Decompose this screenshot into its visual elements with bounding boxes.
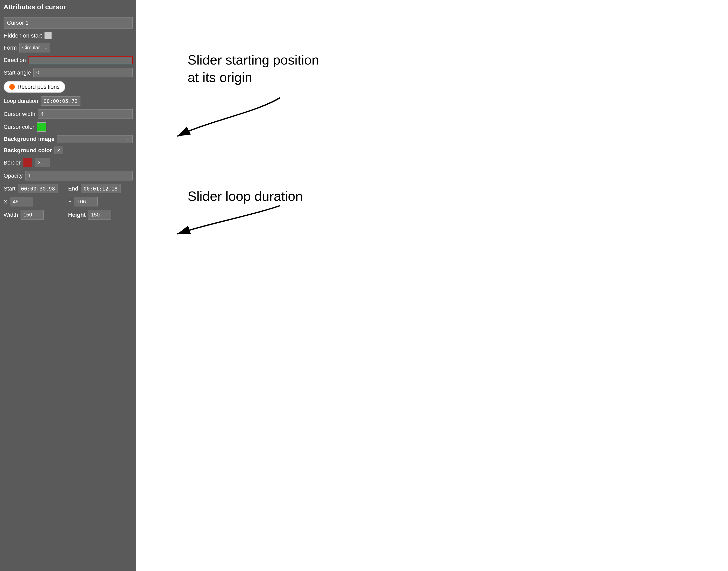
record-positions-button[interactable]: Record positions xyxy=(4,81,65,93)
background-color-row: Background color ✕ xyxy=(4,146,133,154)
cursor-width-input[interactable]: 4 xyxy=(38,109,133,119)
direction-label: Direction xyxy=(4,57,26,64)
start-section: Start 00:00:30.98 xyxy=(4,184,68,193)
start-angle-row: Start angle 0 xyxy=(4,68,133,77)
y-label: Y xyxy=(68,199,72,205)
x-input[interactable]: 46 xyxy=(10,197,33,207)
wh-row: Width 150 Height 150 xyxy=(4,210,133,220)
attributes-panel: Attributes of cursor Cursor 1 Hidden on … xyxy=(0,0,136,571)
background-color-label: Background color xyxy=(4,147,52,154)
form-label: Form xyxy=(4,44,17,51)
border-width-input[interactable]: 3 xyxy=(35,158,50,167)
record-dot-icon xyxy=(9,84,15,90)
record-btn-label: Record positions xyxy=(17,84,59,90)
height-section: Height 150 xyxy=(68,210,133,220)
panel-title: Attributes of cursor xyxy=(4,3,133,13)
cursor-width-row: Cursor width 4 xyxy=(4,109,133,119)
annotation-area: Slider starting positionat its origin Sl… xyxy=(136,0,728,571)
x-section: X 46 xyxy=(4,197,68,207)
start-label: Start xyxy=(4,185,15,192)
loop-duration-row: Loop duration 00:00:05.72 xyxy=(4,96,133,106)
width-section: Width 150 xyxy=(4,210,68,220)
cursor-color-swatch[interactable] xyxy=(37,122,46,132)
cursor-width-label: Cursor width xyxy=(4,111,35,117)
direction-dropdown[interactable]: ⌄ xyxy=(28,56,133,64)
loop-duration-value[interactable]: 00:00:05.72 xyxy=(41,96,81,106)
background-color-clear-button[interactable]: ✕ xyxy=(54,146,63,154)
height-input[interactable]: 150 xyxy=(88,210,111,220)
background-image-chevron-icon: ⌄ xyxy=(127,137,130,141)
form-chevron-icon: ⌄ xyxy=(44,46,47,50)
end-label: End xyxy=(68,185,78,192)
opacity-row: Opacity 1 xyxy=(4,171,133,181)
border-row: Border 3 xyxy=(4,158,133,167)
start-value[interactable]: 00:00:30.98 xyxy=(18,184,57,193)
loop-duration-label: Loop duration xyxy=(4,98,38,104)
border-label: Border xyxy=(4,159,21,166)
cursor-color-label: Cursor color xyxy=(4,124,34,130)
background-image-dropdown[interactable]: ⌄ xyxy=(57,135,133,143)
cursor-color-row: Cursor color xyxy=(4,122,133,132)
y-section: Y 106 xyxy=(68,197,133,207)
arrow-2-icon xyxy=(157,154,337,257)
record-positions-row: Record positions xyxy=(4,81,133,93)
hidden-on-start-row: Hidden on start xyxy=(4,32,133,39)
xy-row: X 46 Y 106 xyxy=(4,197,133,207)
start-angle-input[interactable]: 0 xyxy=(33,68,133,77)
form-dropdown[interactable]: Circular ⌄ xyxy=(19,43,50,52)
border-color-swatch[interactable] xyxy=(23,158,32,167)
form-row: Form Circular ⌄ xyxy=(4,43,133,52)
end-value[interactable]: 00:01:12.18 xyxy=(81,184,120,193)
end-section: End 00:01:12.18 xyxy=(68,184,133,193)
hidden-on-start-checkbox[interactable] xyxy=(44,32,52,39)
background-image-row: Background image ⌄ xyxy=(4,135,133,143)
direction-row: Direction ⌄ xyxy=(4,56,133,64)
height-label: Height xyxy=(68,212,86,218)
opacity-label: Opacity xyxy=(4,173,23,179)
cursor-name-box[interactable]: Cursor 1 xyxy=(4,17,133,28)
start-end-row: Start 00:00:30.98 End 00:01:12.18 xyxy=(4,184,133,193)
width-input[interactable]: 150 xyxy=(21,210,44,220)
start-angle-label: Start angle xyxy=(4,70,31,76)
opacity-input[interactable]: 1 xyxy=(25,171,133,181)
direction-chevron-icon: ⌄ xyxy=(126,58,130,62)
hidden-on-start-label: Hidden on start xyxy=(4,32,42,39)
form-value: Circular xyxy=(22,45,40,50)
width-label: Width xyxy=(4,212,18,218)
x-label: X xyxy=(4,199,7,205)
background-image-label: Background image xyxy=(4,136,54,142)
y-input[interactable]: 106 xyxy=(75,197,98,207)
